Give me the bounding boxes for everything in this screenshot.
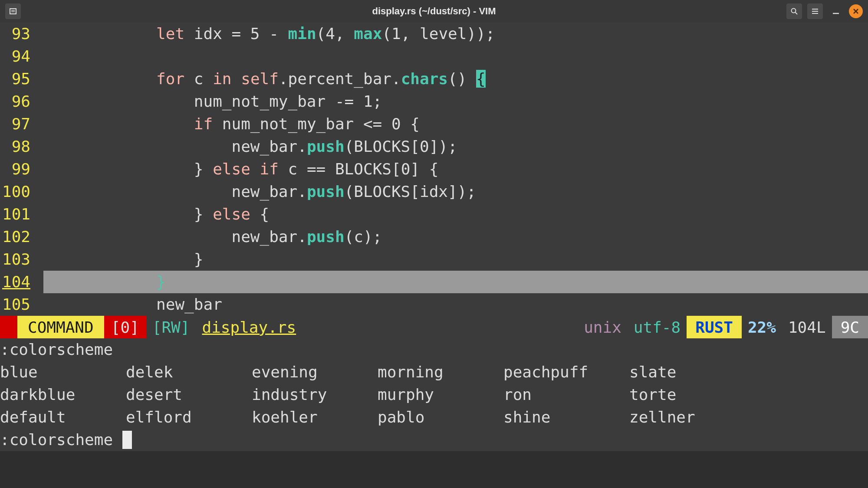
code-content: new_bar.push(BLOCKS[0]); [43, 135, 457, 158]
statusline-percent: 22% [742, 316, 782, 338]
window-title: display.rs (~/dust/src) - VIM [372, 6, 496, 17]
completion-item[interactable]: peachpuff [503, 361, 629, 383]
statusline-format: unix [578, 316, 628, 338]
code-line[interactable]: 98 new_bar.push(BLOCKS[0]); [0, 135, 868, 158]
code-line[interactable]: 93 let idx = 5 - min(4, max(1, level)); [0, 23, 868, 45]
cursor-block [122, 431, 132, 449]
code-content: for c in self.percent_bar.chars() { [43, 68, 486, 90]
line-number: 95 [0, 68, 43, 90]
app-icon [9, 7, 17, 15]
svg-rect-0 [10, 9, 16, 14]
code-content: } else { [43, 203, 269, 226]
hamburger-icon [811, 7, 819, 15]
completion-list: bluedelekeveningmorningpeachpuffslatedar… [0, 361, 868, 429]
line-number: 96 [0, 90, 43, 113]
command-line[interactable]: :colorscheme [0, 429, 868, 451]
code-line[interactable]: 99 } else if c == BLOCKS[0] { [0, 158, 868, 180]
minimize-button[interactable] [828, 3, 844, 19]
line-number: 97 [0, 113, 43, 135]
completion-item[interactable]: slate [629, 361, 755, 383]
statusline-bufnum: [0] [104, 316, 146, 338]
completion-item[interactable]: pablo [378, 406, 503, 429]
code-content: let idx = 5 - min(4, max(1, level)); [43, 23, 495, 45]
close-icon [853, 8, 859, 14]
close-button[interactable] [849, 4, 863, 18]
code-content: } [43, 271, 166, 293]
completion-item[interactable]: koehler [252, 406, 378, 429]
line-number: 99 [0, 158, 43, 180]
titlebar: display.rs (~/dust/src) - VIM [0, 0, 868, 23]
code-content: new_bar.push(c); [43, 226, 382, 248]
statusline: COMMAND [0] [RW] display.rs unix utf-8 R… [0, 316, 868, 338]
line-number: 94 [0, 45, 43, 68]
line-number: 101 [0, 203, 43, 226]
line-number: 102 [0, 226, 43, 248]
completion-item[interactable]: murphy [378, 383, 503, 406]
app-menu-button[interactable] [5, 3, 21, 19]
completion-item[interactable]: delek [126, 361, 252, 383]
hamburger-button[interactable] [807, 3, 823, 19]
completion-item[interactable]: torte [629, 383, 755, 406]
completion-item[interactable]: elflord [126, 406, 252, 429]
code-content: if num_not_my_bar <= 0 { [43, 113, 420, 135]
code-line[interactable]: 94 [0, 45, 868, 68]
statusline-flag [0, 316, 17, 338]
code-content: } else if c == BLOCKS[0] { [43, 158, 438, 180]
code-line[interactable]: 103 } [0, 248, 868, 271]
completion-item[interactable]: default [0, 406, 126, 429]
window-controls [786, 3, 863, 19]
code-content: new_bar.push(BLOCKS[idx]); [43, 180, 476, 203]
search-button[interactable] [786, 3, 802, 19]
line-number: 105 [0, 293, 43, 316]
statusline-lines: 104L [782, 316, 832, 338]
code-line[interactable]: 100 new_bar.push(BLOCKS[idx]); [0, 180, 868, 203]
code-line[interactable]: 101 } else { [0, 203, 868, 226]
code-content: num_not_my_bar -= 1; [43, 90, 382, 113]
command-input-text: :colorscheme [0, 429, 113, 451]
line-number: 100 [0, 180, 43, 203]
minimize-icon [832, 7, 840, 15]
editor-area[interactable]: 93 let idx = 5 - min(4, max(1, level));9… [0, 23, 868, 316]
completion-item[interactable]: shine [503, 406, 629, 429]
code-content: new_bar [43, 293, 222, 316]
code-line[interactable]: 104 } [0, 271, 868, 293]
completion-item[interactable]: industry [252, 383, 378, 406]
code-line[interactable]: 95 for c in self.percent_bar.chars() { [0, 68, 868, 90]
completion-item[interactable]: desert [126, 383, 252, 406]
line-number: 93 [0, 23, 43, 45]
code-line[interactable]: 105 new_bar [0, 293, 868, 316]
code-line[interactable]: 97 if num_not_my_bar <= 0 { [0, 113, 868, 135]
completion-item[interactable]: zellner [629, 406, 755, 429]
code-line[interactable]: 96 num_not_my_bar -= 1; [0, 90, 868, 113]
completion-item[interactable]: ron [503, 383, 629, 406]
search-icon [790, 7, 798, 15]
statusline-rw: [RW] [146, 316, 196, 338]
completion-item[interactable]: morning [378, 361, 503, 383]
completion-item[interactable]: evening [252, 361, 378, 383]
command-area: :colorscheme bluedelekeveningmorningpeac… [0, 338, 868, 451]
line-number: 103 [0, 248, 43, 271]
svg-line-4 [796, 13, 798, 15]
command-header: :colorscheme [0, 338, 868, 361]
code-content: } [43, 248, 203, 271]
statusline-mode: COMMAND [17, 316, 104, 338]
svg-point-3 [792, 9, 796, 13]
statusline-filetype: RUST [687, 316, 742, 338]
code-line[interactable]: 102 new_bar.push(c); [0, 226, 868, 248]
completion-item[interactable]: darkblue [0, 383, 126, 406]
statusline-column: 9C [832, 316, 868, 338]
statusline-encoding: utf-8 [628, 316, 687, 338]
statusline-filename: display.rs [196, 316, 302, 338]
line-number: 104 [0, 271, 43, 293]
completion-item[interactable]: blue [0, 361, 126, 383]
line-number: 98 [0, 135, 43, 158]
